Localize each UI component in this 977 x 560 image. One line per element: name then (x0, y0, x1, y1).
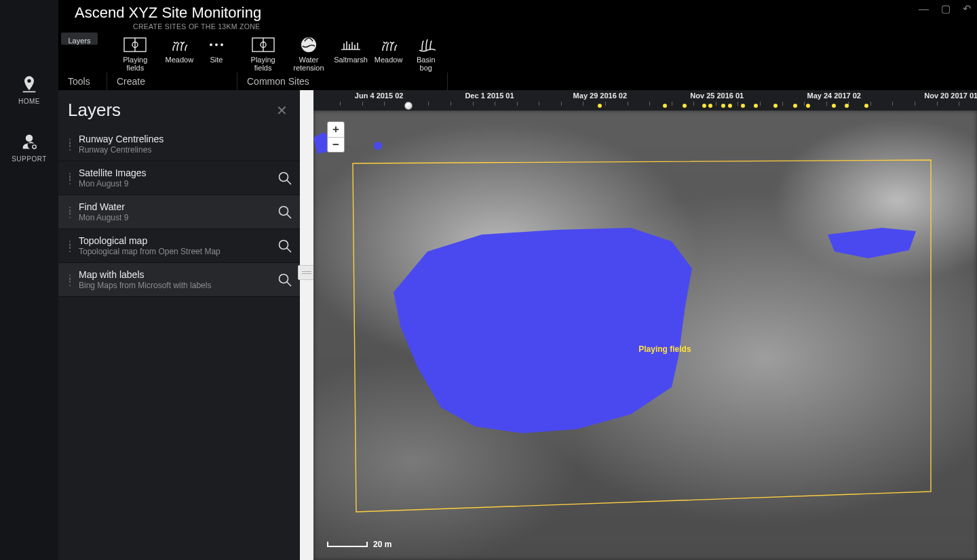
map-viewport[interactable]: + − Playing fields 20 m (313, 111, 977, 560)
timeline-marker[interactable] (754, 104, 758, 108)
support-icon (20, 132, 39, 151)
ribbon-water-retension[interactable]: Water retension (286, 33, 331, 72)
layer-row[interactable]: ⋮⋮Find WaterMon August 9 (58, 195, 300, 229)
timeline-marker[interactable] (845, 104, 849, 108)
timeline-marker[interactable] (864, 104, 868, 108)
meadow-icon (379, 35, 399, 54)
ribbon-tab-common[interactable]: Common Sites (237, 73, 448, 90)
layer-subtitle: Mon August 9 (79, 213, 277, 222)
layer-row[interactable]: ⋮⋮Satellite ImagesMon August 9 (58, 161, 300, 195)
timeline[interactable]: Jun 4 2015 02Dec 1 2015 01May 29 2016 02… (313, 90, 977, 111)
ribbon-layers[interactable]: Layers (61, 33, 98, 45)
ribbon-item-label: Layers (68, 37, 90, 45)
layers-panel: Layers ✕ ⋮⋮Runway CentrelinesRunway Cent… (58, 90, 300, 560)
timeline-marker[interactable] (598, 104, 602, 108)
window-maximize-icon[interactable]: ▢ (941, 3, 951, 15)
window-controls: — ▢ ↶ (919, 3, 972, 15)
timeline-tick (428, 102, 429, 106)
timeline-marker[interactable] (708, 104, 712, 108)
timeline-label: Nov 25 2016 01 (690, 92, 744, 100)
timeline-tick (628, 102, 628, 106)
svg-line-12 (287, 180, 291, 184)
timeline-track[interactable]: Jun 4 2015 02Dec 1 2015 01May 29 2016 02… (327, 90, 977, 111)
timeline-tick (959, 102, 959, 106)
svg-point-13 (280, 206, 288, 215)
water-shape (394, 228, 692, 433)
timeline-marker[interactable] (773, 104, 778, 108)
magnify-icon[interactable] (277, 170, 293, 186)
timeline-tick (760, 102, 761, 106)
timeline-marker[interactable] (793, 104, 797, 108)
reeds-icon (340, 35, 362, 54)
ribbon-meadow[interactable]: Meadow (370, 33, 407, 64)
layer-row[interactable]: ⋮⋮Topological mapTopological map from Op… (58, 229, 300, 263)
timeline-cursor[interactable] (404, 102, 413, 110)
drag-handle-icon[interactable]: ⋮⋮ (65, 242, 75, 250)
svg-line-14 (287, 214, 291, 218)
close-icon[interactable]: ✕ (276, 102, 288, 119)
zoom-out-button[interactable]: − (328, 137, 344, 152)
timeline-marker[interactable] (728, 104, 732, 108)
nav-home-label: HOME (18, 98, 40, 105)
window-minimize-icon[interactable]: — (919, 3, 929, 15)
nav-support[interactable]: SUPPORT (12, 132, 47, 163)
ribbon-meadow[interactable]: Meadow (161, 33, 198, 64)
timeline-marker[interactable] (806, 104, 810, 108)
timeline-tick (473, 102, 474, 106)
timeline-marker[interactable] (741, 104, 745, 108)
meadow-icon (169, 35, 189, 54)
layer-title: Runway Centrelines (79, 134, 293, 144)
ribbon-basin-bog[interactable]: Basin bog (407, 33, 445, 72)
timeline-marker[interactable] (683, 104, 687, 108)
drag-handle-icon[interactable]: ⋮⋮ (65, 140, 75, 148)
timeline-label: Jun 4 2015 02 (355, 92, 404, 100)
ribbon-body: LayersPlaying fieldsMeadowSitePlaying fi… (58, 33, 977, 72)
window-back-icon[interactable]: ↶ (963, 3, 972, 15)
drag-handle-icon[interactable]: ⋮⋮ (65, 208, 75, 216)
drag-handle-icon[interactable]: ⋮⋮ (65, 174, 75, 182)
ribbon-playing-fields[interactable]: Playing fields (240, 33, 286, 72)
timeline-label: May 24 2017 02 (807, 92, 861, 100)
ribbon-item-label: Saltmarsh (334, 56, 368, 64)
layers-list: ⋮⋮Runway CentrelinesRunway Centrelines⋮⋮… (58, 127, 300, 297)
zoom-in-button[interactable]: + (328, 122, 344, 137)
timeline-marker[interactable] (663, 104, 667, 108)
layer-title: Satellite Images (79, 167, 277, 178)
ribbon-tab-tools[interactable]: Tools (58, 73, 107, 90)
magnify-icon[interactable] (277, 272, 293, 288)
ribbon-item-label: Water retension (291, 56, 326, 72)
ribbon-site[interactable]: Site (198, 33, 235, 64)
timeline-tick (672, 102, 672, 106)
ribbon-tab-create[interactable]: Create (107, 73, 237, 90)
nav-support-label: SUPPORT (12, 155, 47, 163)
scale-text: 20 m (373, 540, 391, 549)
app-subtitle: CREATE SITES OF THE 13KM ZONE (133, 22, 260, 31)
timeline-marker[interactable] (721, 104, 725, 108)
magnify-icon[interactable] (277, 238, 293, 254)
layer-subtitle: Runway Centrelines (79, 145, 293, 155)
ribbon-playing-fields[interactable]: Playing fields (110, 33, 161, 72)
timeline-marker[interactable] (702, 104, 706, 108)
svg-line-16 (287, 248, 291, 252)
magnify-icon[interactable] (277, 204, 293, 220)
timeline-tick (340, 102, 341, 106)
timeline-label: Nov 20 2017 01 (924, 92, 977, 100)
timeline-marker[interactable] (832, 104, 836, 108)
water-shape (374, 142, 382, 150)
timeline-tick (605, 102, 606, 106)
home-pin-icon (20, 75, 39, 94)
layer-text: Satellite ImagesMon August 9 (75, 167, 277, 188)
ribbon-saltmarsh[interactable]: Saltmarsh (332, 33, 370, 64)
field-icon (252, 35, 275, 54)
layer-row[interactable]: ⋮⋮Map with labelsBing Maps from Microsof… (58, 263, 300, 297)
drag-handle-icon[interactable]: ⋮⋮ (65, 276, 75, 284)
timeline-tick (649, 102, 650, 106)
nav-home[interactable]: HOME (18, 75, 40, 105)
app-title: Ascend XYZ Site Monitoring (75, 4, 261, 22)
layer-row[interactable]: ⋮⋮Runway CentrelinesRunway Centrelines (58, 127, 300, 161)
layer-text: Runway CentrelinesRunway Centrelines (75, 134, 293, 155)
svg-point-4 (210, 43, 212, 46)
ribbon: LayersPlaying fieldsMeadowSitePlaying fi… (58, 33, 977, 90)
layer-title: Map with labels (79, 269, 277, 280)
opacity-slider-track[interactable] (300, 90, 313, 560)
